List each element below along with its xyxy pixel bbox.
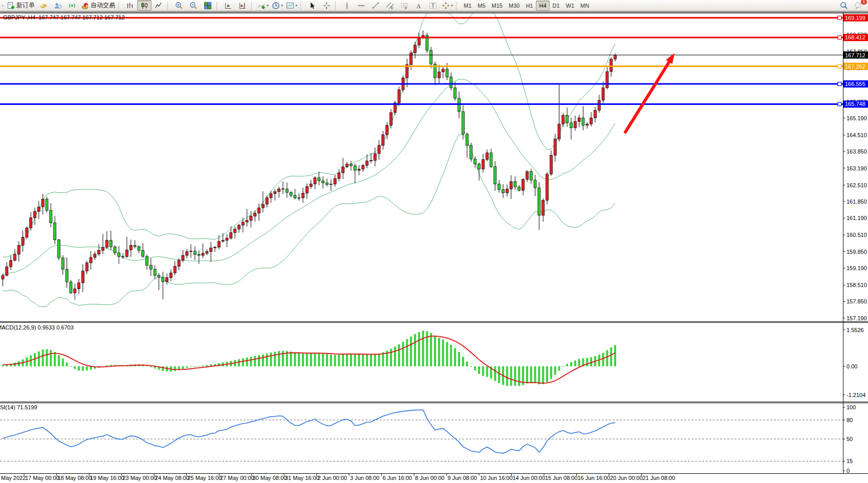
- svg-text:164.510: 164.510: [847, 132, 867, 138]
- fibonacci-button[interactable]: F: [397, 0, 411, 11]
- cursor-button[interactable]: [305, 0, 319, 11]
- periods-button[interactable]: ▾: [270, 0, 285, 11]
- svg-text:0.00: 0.00: [847, 363, 857, 369]
- macd-pane[interactable]: [0, 323, 843, 401]
- svg-text:27 May 00:00: 27 May 00:00: [220, 475, 254, 481]
- chevron-down-icon: ▾: [267, 4, 269, 8]
- vline-button[interactable]: [340, 0, 354, 11]
- svg-text:8 Jun 00:00: 8 Jun 00:00: [415, 475, 445, 481]
- svg-text:169.199: 169.199: [845, 15, 865, 21]
- hline-endpoint-167.262[interactable]: [838, 64, 841, 68]
- text-button[interactable]: A: [411, 0, 426, 11]
- svg-text:20 Jun 00:00: 20 Jun 00:00: [610, 475, 643, 481]
- hline-endpoint-169.199[interactable]: [838, 16, 841, 19]
- trendline-button[interactable]: [368, 0, 383, 11]
- auto-scroll-button[interactable]: [221, 0, 235, 11]
- svg-text:14 Jun 00:00: 14 Jun 00:00: [513, 475, 546, 481]
- letter-a-icon: A: [415, 2, 423, 10]
- crosshair-button[interactable]: [319, 0, 334, 11]
- search-button[interactable]: [837, 0, 851, 11]
- arrows-button[interactable]: ▾: [440, 0, 454, 11]
- toolbar-separator: [216, 2, 220, 10]
- timeframe-m15-button[interactable]: M15: [489, 1, 506, 11]
- hline-endpoint-165.748[interactable]: [838, 102, 841, 106]
- chart-shift-button[interactable]: [235, 0, 250, 11]
- svg-text:165.748: 165.748: [845, 101, 865, 107]
- chart-window: 169.190168.530167.850167.190166.530165.8…: [0, 0, 868, 483]
- cursor-icon: [308, 2, 316, 10]
- timeframe-w1-button[interactable]: W1: [563, 1, 578, 11]
- auto-scroll-icon: [224, 2, 232, 10]
- svg-text:A: A: [417, 2, 421, 9]
- timeframe-h1-button[interactable]: H1: [523, 1, 536, 11]
- svg-text:1.5526: 1.5526: [847, 327, 864, 333]
- bar-chart-button[interactable]: [123, 0, 137, 11]
- tile-windows-button[interactable]: [201, 0, 215, 11]
- svg-text:15: 15: [847, 458, 853, 464]
- timeframe-m30-button[interactable]: M30: [506, 1, 523, 11]
- svg-text:157.190: 157.190: [847, 315, 867, 321]
- template-icon: [286, 2, 294, 10]
- svg-text:24 May 08:00: 24 May 08:00: [155, 475, 189, 481]
- signal-waves-icon: [68, 2, 76, 10]
- vline-icon: [343, 2, 351, 10]
- svg-text:9 Jun 08:00: 9 Jun 08:00: [448, 475, 478, 481]
- svg-text:159.850: 159.850: [847, 249, 867, 255]
- text-label-button[interactable]: T: [426, 0, 440, 11]
- templates-button[interactable]: ▾: [285, 0, 299, 11]
- hline-endpoint-168.412[interactable]: [838, 36, 841, 39]
- new-order-button[interactable]: 新订单: [5, 0, 36, 11]
- svg-text:165.190: 165.190: [847, 115, 867, 121]
- signals-button[interactable]: [65, 0, 79, 11]
- clock-icon: [272, 2, 280, 10]
- svg-text:168.412: 168.412: [845, 34, 865, 40]
- metaeditor-button[interactable]: [36, 0, 51, 11]
- letter-t-icon: T: [429, 2, 437, 10]
- timeframe-m5-button[interactable]: M5: [474, 1, 488, 11]
- svg-text:6 Jun 16:00: 6 Jun 16:00: [383, 475, 413, 481]
- hline-button[interactable]: [354, 0, 368, 11]
- main-chart-pane[interactable]: [0, 13, 843, 321]
- timeframe-m1-button[interactable]: M1: [461, 1, 474, 11]
- svg-text:17 May 00:00: 17 May 00:00: [25, 475, 59, 481]
- toolbar-separator: [335, 2, 338, 10]
- zoom-in-button[interactable]: [172, 0, 186, 11]
- candlestick-icon: [140, 2, 148, 10]
- svg-text:163.190: 163.190: [847, 165, 867, 171]
- chat-button[interactable]: 1: [851, 0, 865, 11]
- toolbar-separator: [167, 2, 170, 10]
- svg-text:167.262: 167.262: [845, 63, 865, 70]
- toolbar-separator: [251, 2, 254, 10]
- rsi-pane[interactable]: [0, 403, 843, 473]
- fibonacci-icon: F: [400, 2, 408, 10]
- svg-text:3 Jun 08:00: 3 Jun 08:00: [350, 475, 380, 481]
- line-chart-button[interactable]: [151, 0, 166, 11]
- new-order-button-label: 新订单: [16, 1, 35, 10]
- hline-endpoint-166.555[interactable]: [838, 82, 841, 86]
- svg-text:167.712: 167.712: [845, 52, 865, 58]
- timeframe-h4-button[interactable]: H4: [536, 1, 549, 11]
- svg-text:-1.2104: -1.2104: [847, 392, 865, 398]
- svg-text:166.555: 166.555: [845, 81, 865, 87]
- svg-text:10 Jun 16:00: 10 Jun 16:00: [480, 475, 513, 481]
- svg-text:25 May 16:00: 25 May 16:00: [188, 475, 222, 481]
- community-button[interactable]: [51, 0, 65, 11]
- channel-button[interactable]: E: [383, 0, 397, 11]
- svg-text:31 May 16:00: 31 May 16:00: [285, 475, 319, 481]
- candlestick-button[interactable]: [137, 0, 151, 11]
- svg-text:T: T: [431, 3, 435, 9]
- toolbar-separator: [300, 2, 303, 10]
- toolbar-grip-icon[interactable]: [1, 2, 5, 10]
- zoom-out-button[interactable]: [186, 0, 201, 11]
- doc-plus-icon: [7, 2, 15, 10]
- indicators-button[interactable]: ▾: [256, 0, 270, 11]
- timeframe-d1-button[interactable]: D1: [550, 1, 563, 11]
- chevron-down-icon: ▾: [295, 4, 297, 8]
- autotrading-button[interactable]: 自动交易: [79, 0, 117, 11]
- search-icon: [840, 2, 848, 10]
- svg-text:50: 50: [847, 436, 853, 442]
- arrows-icon: [442, 2, 450, 10]
- timeframe-mn-button[interactable]: MN: [577, 1, 592, 11]
- svg-text:16 Jun 16:00: 16 Jun 16:00: [578, 475, 611, 481]
- svg-text:162.510: 162.510: [847, 182, 867, 188]
